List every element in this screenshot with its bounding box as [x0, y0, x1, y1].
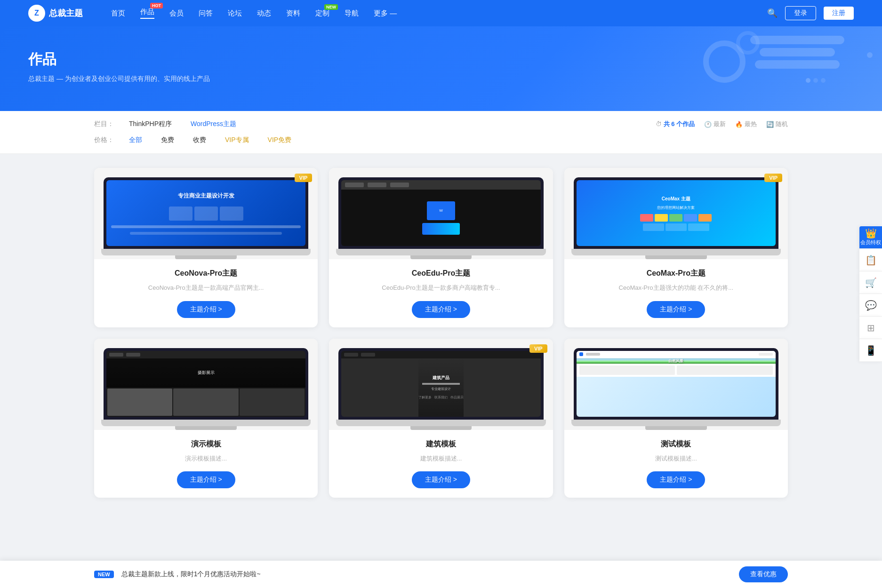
grid-icon: ⊞ [867, 323, 875, 333]
laptop-stand-1 [175, 255, 237, 259]
product-card-1: 专注商业主题设计开发 VIP [94, 168, 318, 327]
laptop-stand-4 [175, 426, 237, 430]
card-btn-1[interactable]: 主题介绍 > [177, 301, 235, 318]
card-body-3: CeoMax-Pro主题 CeoMax-Pro主题强大的功能 在不久的将... … [564, 259, 788, 327]
sidebar-mobile-btn[interactable]: 📱 [859, 339, 882, 362]
filter-sort: ⏱ 共 6 个作品 🕐 最新 🔥 最热 🔄 随机 [656, 120, 788, 128]
main-nav: 首页 作品 HOT 会员 问答 论坛 动态 资料 定制 NEW 导航 更多 — [111, 8, 767, 19]
hero-decoration [750, 36, 844, 69]
filter-wordpress[interactable]: WordPress主题 [187, 119, 240, 130]
card-title-6: 测试模板 [574, 439, 778, 449]
sort-random[interactable]: 🔄 随机 [766, 120, 788, 128]
laptop-stand-6 [645, 426, 707, 430]
sidebar-chat-btn[interactable]: 💬 [859, 294, 882, 317]
price-vip-exclusive[interactable]: VIP专属 [221, 135, 253, 146]
product-card-3: CeoMax 主题 您的理想网站解决方案 [564, 168, 788, 327]
price-vip-free[interactable]: VIP免费 [264, 135, 296, 146]
laptop-mockup-1: 专注商业主题设计开发 [104, 177, 308, 249]
cart-icon: 🛒 [865, 278, 877, 287]
nav-qa[interactable]: 问答 [199, 9, 213, 18]
laptop-screen-4: 摄影展示 [106, 351, 305, 417]
nav-news[interactable]: 动态 [257, 9, 271, 18]
filter-thinkphp[interactable]: ThinkPHP程序 [125, 119, 176, 130]
nav-custom[interactable]: 定制 NEW [315, 9, 329, 18]
card-body-4: 演示模板 演示模板描述... 主题介绍 > [94, 430, 318, 498]
products-grid: 专注商业主题设计开发 VIP [94, 168, 788, 498]
screen-content-2: W [341, 180, 540, 246]
screen-content-6: 自然风景 [577, 351, 776, 417]
header: Z 总裁主题 首页 作品 HOT 会员 问答 论坛 动态 资料 定制 NEW [0, 0, 882, 26]
card-btn-3[interactable]: 主题介绍 > [647, 301, 705, 318]
nav-more[interactable]: 更多 — [374, 9, 397, 18]
card-desc-3: CeoMax-Pro主题强大的功能 在不久的将... [574, 283, 778, 293]
nav-home[interactable]: 首页 [111, 9, 125, 18]
price-filter-row: 价格： 全部 免费 收费 VIP专属 VIP免费 [94, 135, 788, 146]
card-btn-6[interactable]: 主题介绍 > [647, 471, 705, 488]
card-desc-5: 建筑模板描述... [338, 454, 543, 463]
login-button[interactable]: 登录 [785, 6, 816, 20]
laptop-mockup-5: 建筑产品 专业建筑设计 了解更多联系我们作品展示 [338, 348, 543, 420]
card-image-3: CeoMax 主题 您的理想网站解决方案 [564, 168, 788, 259]
search-button[interactable]: 🔍 [767, 8, 778, 18]
logo[interactable]: Z 总裁主题 [28, 5, 83, 22]
price-paid[interactable]: 收费 [189, 135, 210, 146]
screen-content-3: CeoMax 主题 您的理想网站解决方案 [577, 180, 776, 246]
card-btn-2[interactable]: 主题介绍 > [412, 301, 470, 318]
laptop-stand-5 [410, 426, 472, 430]
nav-works[interactable]: 作品 HOT [140, 8, 154, 19]
sort-latest[interactable]: 🕐 最新 [704, 120, 726, 128]
price-all[interactable]: 全部 [125, 135, 146, 146]
card-image-6: 自然风景 [564, 339, 788, 430]
card-title-5: 建筑模板 [338, 439, 543, 449]
sidebar-member-btn[interactable]: 👑 会员特权 [859, 226, 882, 249]
category-filter-row: 栏目： ThinkPHP程序 WordPress主题 ⏱ 共 6 个作品 🕐 最… [94, 119, 788, 130]
sort-hot[interactable]: 🔥 最热 [735, 120, 757, 128]
laptop-base-5 [336, 420, 545, 426]
card-btn-4[interactable]: 主题介绍 > [177, 471, 235, 488]
laptop-stand-2 [410, 255, 472, 259]
product-card-6: 自然风景 测试模板 测试模板描述... 主题介绍 > [564, 339, 788, 498]
price-free[interactable]: 免费 [157, 135, 178, 146]
product-card-5: 建筑产品 专业建筑设计 了解更多联系我们作品展示 [329, 339, 553, 498]
price-label: 价格： [94, 136, 114, 144]
nav-resources[interactable]: 资料 [286, 9, 300, 18]
nav-guide[interactable]: 导航 [345, 9, 359, 18]
mobile-icon: 📱 [865, 346, 877, 355]
hero-text: 作品 总裁主题 — 为创业者及创业公司提供有用的、实用的线上产品 [28, 50, 210, 83]
crown-icon: 👑 [865, 229, 877, 238]
screen-content-1: 专注商业主题设计开发 [106, 180, 305, 246]
header-right: 🔍 登录 注册 [767, 6, 854, 20]
logo-text: 总裁主题 [49, 8, 83, 19]
laptop-screen-1: 专注商业主题设计开发 [106, 180, 305, 246]
card-image-5: 建筑产品 专业建筑设计 了解更多联系我们作品展示 [329, 339, 553, 430]
card-desc-6: 测试模板描述... [574, 454, 778, 463]
main-content: 专注商业主题设计开发 VIP [0, 154, 882, 512]
nav-forum[interactable]: 论坛 [228, 9, 242, 18]
product-card-2: W CeoEdu-Pro主题 CeoEdu-Pro主题是一款多商户高端教育专..… [329, 168, 553, 327]
category-label: 栏目： [94, 120, 114, 128]
laptop-base-2 [336, 249, 545, 255]
laptop-mockup-4: 摄影展示 [104, 348, 308, 420]
laptop-screen-6: 自然风景 [577, 351, 776, 417]
laptop-screen-3: CeoMax 主题 您的理想网站解决方案 [577, 180, 776, 246]
laptop-base-4 [101, 420, 311, 426]
card-title-2: CeoEdu-Pro主题 [338, 269, 543, 278]
screen-content-4: 摄影展示 [106, 351, 305, 417]
sidebar-member-label: 会员特权 [860, 239, 881, 246]
filter-section: 栏目： ThinkPHP程序 WordPress主题 ⏱ 共 6 个作品 🕐 最… [0, 111, 882, 154]
card-body-1: CeoNova-Pro主题 CeoNova-Pro主题是一款高端产品官网主...… [94, 259, 318, 327]
nav-member[interactable]: 会员 [169, 9, 184, 18]
register-button[interactable]: 注册 [824, 7, 854, 20]
sidebar-cart-btn[interactable]: 🛒 [859, 271, 882, 294]
card-title-4: 演示模板 [104, 439, 308, 449]
laptop-base-1 [101, 249, 311, 255]
laptop-base-6 [571, 420, 781, 426]
card-image-1: 专注商业主题设计开发 VIP [94, 168, 318, 259]
sidebar-order-btn[interactable]: 📋 [859, 249, 882, 271]
card-image-2: W [329, 168, 553, 259]
new-badge: NEW [324, 4, 338, 10]
product-card-4: 摄影展示 [94, 339, 318, 498]
sidebar-grid-btn[interactable]: ⊞ [859, 317, 882, 339]
laptop-mockup-2: W [338, 177, 543, 249]
card-btn-5[interactable]: 主题介绍 > [412, 471, 470, 488]
